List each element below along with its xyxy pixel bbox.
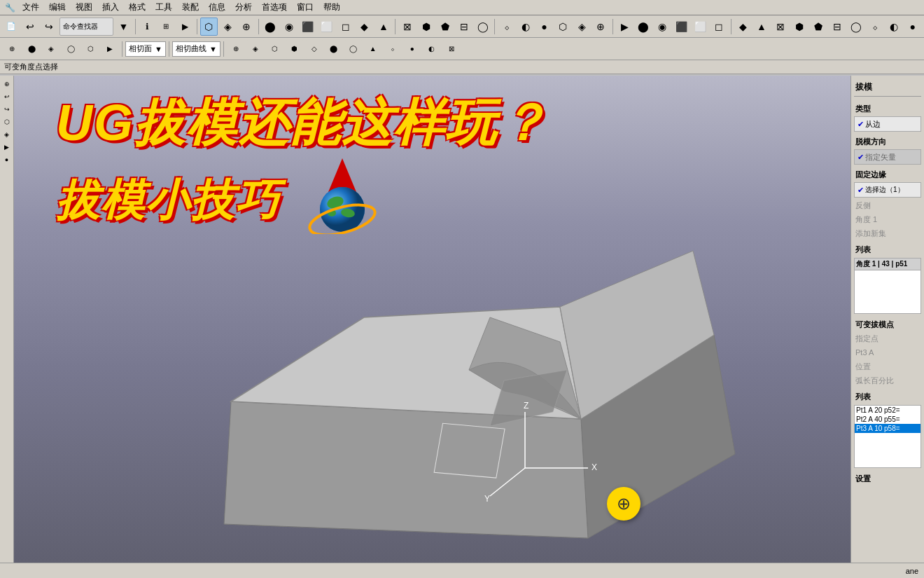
left-btn-4[interactable]: ⬡ (1, 116, 13, 128)
menu-info[interactable]: 信息 (204, 1, 230, 14)
tool-b8[interactable]: ▲ (364, 40, 382, 58)
tool6[interactable]: ◉ (280, 18, 298, 36)
left-btn-5[interactable]: ◈ (1, 129, 13, 140)
tool12[interactable]: ⊠ (398, 18, 416, 36)
menu-format[interactable]: 格式 (125, 1, 150, 14)
tool-a5[interactable]: ⬡ (81, 40, 99, 58)
tool38[interactable]: ● (904, 18, 921, 36)
main-layout: ⊕ ↩ ↪ ⬡ ◈ ▶ ● (0, 76, 924, 563)
svg-marker-2 (224, 401, 588, 538)
tool-b12[interactable]: ⊠ (442, 40, 461, 58)
tool10[interactable]: ◆ (356, 18, 373, 36)
tool22[interactable]: ⊕ (592, 18, 610, 36)
tool24[interactable]: ⬤ (635, 18, 652, 36)
list2-row-0[interactable]: Pt1 A 20 p52= (855, 406, 920, 415)
tool21[interactable]: ◈ (573, 18, 591, 36)
tool35[interactable]: ◯ (847, 18, 864, 36)
tool13[interactable]: ⬢ (417, 18, 435, 36)
tool25[interactable]: ◉ (654, 18, 671, 36)
menu-edit[interactable]: 编辑 (45, 1, 70, 14)
tool8[interactable]: ⬜ (318, 18, 335, 36)
tool19[interactable]: ● (536, 18, 553, 36)
tool17[interactable]: ⬦ (498, 18, 515, 36)
tool-a2[interactable]: ⬤ (22, 40, 41, 58)
tool14[interactable]: ⬟ (436, 18, 454, 36)
list2-row-2-text: Pt3 A 10 p58= (856, 425, 900, 432)
tool-b9[interactable]: ⬦ (384, 40, 402, 58)
cmd-finder-btn[interactable]: 命令查找器 (59, 18, 113, 36)
tool-b3[interactable]: ⬡ (266, 40, 284, 58)
tool37[interactable]: ◐ (885, 18, 902, 36)
menu-preferences[interactable]: 首选项 (258, 1, 291, 14)
tool-b10[interactable]: ● (403, 40, 421, 58)
tool36[interactable]: ⬦ (866, 18, 883, 36)
tool3[interactable]: ◈ (219, 18, 237, 36)
left-btn-2[interactable]: ↩ (1, 91, 13, 102)
tool5[interactable]: ⬤ (262, 18, 279, 36)
tool-b6[interactable]: ⬤ (325, 40, 343, 58)
menu-view[interactable]: 视图 (71, 1, 97, 14)
tool11[interactable]: ▲ (374, 18, 392, 36)
tool32[interactable]: ⬢ (790, 18, 808, 36)
sep4 (395, 19, 396, 34)
tool-a4[interactable]: ◯ (62, 40, 80, 58)
dropdown-tangent-face[interactable]: 相切面 ▼ (125, 41, 166, 57)
draft-direction-field[interactable]: ✔ 指定矢量 (854, 149, 921, 165)
annotation-line2: 拔模小技巧 (56, 160, 549, 247)
tool-a3[interactable]: ◈ (42, 40, 60, 58)
tool-a6[interactable]: ▶ (101, 40, 119, 58)
tool-b1[interactable]: ⊕ (227, 40, 245, 58)
list2-row-1[interactable]: Pt2 A 40 p55= (855, 415, 920, 424)
tool15[interactable]: ⊟ (455, 18, 472, 36)
tool34[interactable]: ⊟ (828, 18, 846, 36)
tool4[interactable]: ⊕ (238, 18, 255, 36)
left-btn-1[interactable]: ⊕ (1, 78, 13, 90)
menu-insert[interactable]: 插入 (98, 1, 123, 14)
menu-analysis[interactable]: 分析 (231, 1, 256, 14)
left-btn-3[interactable]: ↪ (1, 104, 13, 115)
tool-b4[interactable]: ⬢ (286, 40, 304, 58)
menu-window[interactable]: 窗口 (293, 1, 318, 14)
menu-file[interactable]: 文件 (18, 1, 43, 14)
type-field[interactable]: ✔ 从边 (854, 116, 921, 132)
tool7[interactable]: ⬛ (299, 18, 316, 36)
fixed-edge-field[interactable]: ✔ 选择边（1） (854, 182, 921, 198)
cmd-dropdown[interactable]: ▼ (115, 18, 132, 36)
tool28[interactable]: ◻ (710, 18, 728, 36)
tool-b11[interactable]: ◐ (423, 40, 441, 58)
tool-b2[interactable]: ◈ (246, 40, 265, 58)
tool-a1[interactable]: ⊕ (3, 40, 21, 58)
menu-assembly[interactable]: 装配 (178, 1, 203, 14)
tool23[interactable]: ▶ (616, 18, 634, 36)
viewport[interactable]: X Z Y UG拔模还能这样玩？ 拔模小技巧 (14, 76, 850, 563)
add-new-set-label: 添加新集 (855, 228, 886, 239)
tool30[interactable]: ▲ (753, 18, 771, 36)
draft-direction-label: 脱模方向 (854, 135, 921, 149)
menu-tools[interactable]: 工具 (151, 1, 176, 14)
menu-help[interactable]: 帮助 (319, 1, 344, 14)
tool29[interactable]: ◆ (734, 18, 752, 36)
tool1[interactable]: ⊞ (158, 18, 175, 36)
tool27[interactable]: ⬜ (692, 18, 709, 36)
tool-b7[interactable]: ◯ (344, 40, 363, 58)
tool20[interactable]: ⬡ (554, 18, 572, 36)
new-btn[interactable]: 📄 (3, 18, 20, 36)
info-btn[interactable]: ℹ (139, 18, 156, 36)
redo-btn[interactable]: ↪ (41, 18, 58, 36)
tool9[interactable]: ◻ (337, 18, 354, 36)
list2-row-2[interactable]: Pt3 A 10 p58= (855, 424, 920, 433)
tool-b5[interactable]: ◇ (305, 40, 323, 58)
app-icon[interactable]: 🔧 (3, 1, 17, 15)
tool18[interactable]: ◐ (517, 18, 534, 36)
select-btn[interactable]: ⬡ (200, 18, 218, 36)
tool2[interactable]: ▶ (176, 18, 194, 36)
tool26[interactable]: ⬛ (673, 18, 690, 36)
dropdown-tangent-curve[interactable]: 相切曲线 ▼ (172, 41, 220, 57)
left-btn-7[interactable]: ● (1, 154, 13, 165)
tool33[interactable]: ⬟ (809, 18, 827, 36)
tool31[interactable]: ⊠ (772, 18, 790, 36)
pt3-row: Pt3 A (854, 345, 921, 359)
undo-btn[interactable]: ↩ (22, 18, 39, 36)
tool16[interactable]: ◯ (474, 18, 491, 36)
left-btn-6[interactable]: ▶ (1, 142, 13, 153)
